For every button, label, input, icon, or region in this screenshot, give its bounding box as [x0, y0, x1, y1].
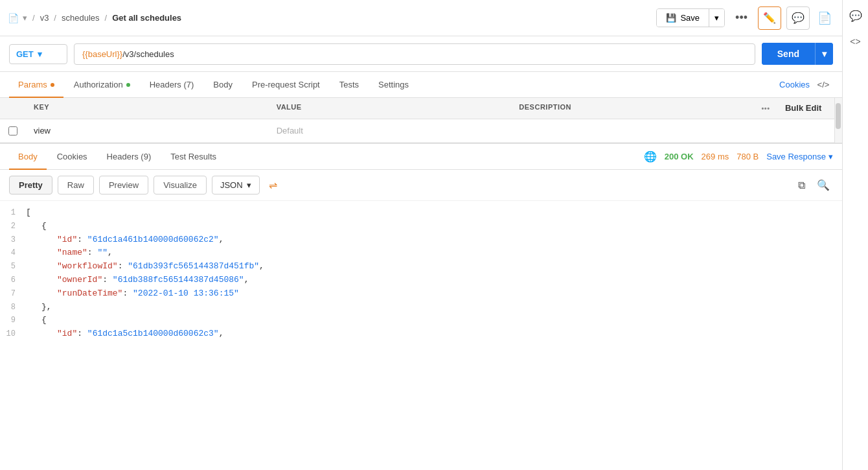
response-tabs: Body Cookies Headers (9) Test Results 🌐 … [0, 144, 842, 170]
status-size: 780 B [737, 152, 759, 161]
row-key: view [34, 126, 51, 135]
save-button-group[interactable]: 💾 Save ▾ [656, 8, 725, 27]
row-extra [777, 119, 842, 142]
params-dot [51, 83, 54, 87]
json-line-6: 6 "ownerId": "61db388fc565144387d45086", [0, 274, 842, 287]
row-key-cell[interactable]: view [26, 119, 269, 142]
code-view-button[interactable]: </> [814, 80, 833, 89]
tab-pre-request[interactable]: Pre-request Script [243, 72, 329, 97]
format-type-dropdown-icon: ▾ [247, 180, 251, 190]
top-bar-actions: 💾 Save ▾ ••• ✏️ 💬 📄 [656, 6, 834, 30]
top-bar: 📄 ▾ / v3 / schedules / Get all schedules… [0, 0, 842, 36]
tab-params[interactable]: Params [9, 72, 63, 97]
tab-response-test-results[interactable]: Test Results [161, 144, 225, 169]
tab-params-label: Params [18, 80, 47, 89]
table-row: view Default [0, 119, 842, 143]
doc-right-button[interactable]: 📄 [815, 8, 834, 28]
line-num-6: 6 [0, 274, 26, 287]
more-options-button[interactable]: ••• [730, 7, 753, 29]
json-line-8: 8 }, [0, 301, 842, 314]
breadcrumb-dropdown[interactable]: ▾ [23, 13, 27, 23]
tab-response-headers[interactable]: Headers (9) [98, 144, 161, 169]
comment-button[interactable]: 💬 [786, 6, 810, 30]
value-header: VALUE [269, 98, 512, 119]
save-button[interactable]: 💾 Save [657, 9, 709, 27]
status-ok: 200 OK [665, 152, 694, 161]
checkbox-header [0, 98, 26, 119]
edit-button[interactable]: ✏️ [758, 6, 781, 30]
save-response-label: Save Response [766, 152, 826, 161]
line-num-3: 3 [0, 234, 26, 246]
format-raw-button[interactable]: Raw [58, 176, 94, 194]
save-icon: 💾 [666, 13, 676, 23]
response-status-area: 🌐 200 OK 269 ms 780 B Save Response ▾ [644, 150, 833, 163]
format-pretty-button[interactable]: Pretty [9, 176, 52, 194]
breadcrumb-sep-1: / [32, 13, 35, 23]
format-preview-button[interactable]: Preview [99, 176, 148, 194]
format-bar: Pretty Raw Preview Visualize JSON ▾ ⇌ ⧉ … [0, 170, 842, 201]
breadcrumb-sep-2: / [54, 13, 56, 23]
json-line-1: 1 [ [0, 206, 842, 220]
right-panel-arrow-icon[interactable]: <> [845, 31, 866, 52]
doc-icon[interactable]: 📄 [8, 13, 19, 23]
breadcrumb: 📄 ▾ / v3 / schedules / Get all schedules [8, 13, 181, 23]
breadcrumb-current: Get all schedules [112, 13, 181, 23]
right-panel-chat-icon[interactable]: 💬 [845, 5, 866, 26]
tab-authorization[interactable]: Authorization [65, 72, 139, 97]
line-num-4: 4 [0, 247, 26, 259]
url-bar: GET ▾ {{baseUrl}}/v3/schedules // Inline… [0, 36, 842, 72]
wrap-button[interactable]: ⇌ [265, 175, 281, 195]
tab-pre-request-label: Pre-request Script [252, 80, 320, 89]
method-selector[interactable]: GET ▾ [9, 44, 67, 64]
save-response-button[interactable]: Save Response ▾ [766, 152, 833, 161]
tab-headers[interactable]: Headers (7) [141, 72, 203, 97]
line-num-2: 2 [0, 220, 26, 233]
method-label: GET [16, 49, 34, 59]
search-button[interactable]: 🔍 [814, 176, 833, 194]
url-display[interactable]: {{baseUrl}}/v3/schedules [74, 43, 755, 65]
send-button[interactable]: Send ▾ [762, 43, 833, 65]
line-num-7: 7 [0, 288, 26, 300]
tab-response-cookies[interactable]: Cookies [48, 144, 97, 169]
line-num-9: 9 [0, 314, 26, 327]
json-line-3: 3 "id": "61dc1a461b140000d60062c2", [0, 233, 842, 247]
tab-response-body[interactable]: Body [9, 144, 47, 169]
json-key-rundatetime: "runDateTime": "2022-01-10 13:36:15" [26, 287, 239, 301]
json-line-4: 4 "name": "", [0, 246, 842, 260]
row-description-cell[interactable] [511, 119, 754, 142]
json-line-5: 5 "workflowId": "61db393fc565144387d451f… [0, 260, 842, 274]
params-scrollbar[interactable] [834, 98, 842, 143]
row-checkbox-cell[interactable] [0, 119, 26, 142]
line-num-8: 8 [0, 301, 26, 314]
breadcrumb-schedules[interactable]: schedules [62, 13, 100, 23]
json-line-7: 7 "runDateTime": "2022-01-10 13:36:15" [0, 287, 842, 301]
cookies-link[interactable]: Cookies [777, 72, 812, 97]
authorization-dot [126, 83, 130, 87]
format-type-selector[interactable]: JSON ▾ [212, 176, 260, 194]
row-checkbox[interactable] [8, 126, 17, 135]
copy-button[interactable]: ⧉ [795, 176, 808, 194]
tab-settings[interactable]: Settings [369, 72, 418, 97]
format-visualize-button[interactable]: Visualize [154, 176, 207, 194]
json-viewer[interactable]: 1 [ 2 { 3 "id": "61dc1a461b140000d60062c… [0, 201, 842, 470]
save-dropdown-button[interactable]: ▾ [709, 9, 724, 27]
right-panel: 💬 <> [842, 0, 868, 470]
line-num-1: 1 [0, 207, 26, 219]
more-header-icon[interactable]: ••• [754, 98, 777, 119]
json-key-ownerid: "ownerId": "61db388fc565144387d45086", [26, 274, 249, 287]
tab-headers-label: Headers (7) [150, 80, 194, 89]
breadcrumb-v3[interactable]: v3 [40, 13, 49, 23]
params-scrollbar-thumb [836, 103, 841, 129]
line-num-5: 5 [0, 261, 26, 273]
bulk-edit-header[interactable]: Bulk Edit [777, 98, 842, 119]
json-obj-open-1: { [26, 220, 47, 233]
tab-tests[interactable]: Tests [330, 72, 368, 97]
method-dropdown-icon: ▾ [38, 49, 42, 59]
send-dropdown-icon: ▾ [815, 43, 833, 65]
row-value-cell[interactable]: Default [269, 119, 512, 142]
breadcrumb-sep-3: / [105, 13, 108, 23]
tab-body-label: Body [213, 80, 233, 89]
tab-authorization-label: Authorization [74, 80, 123, 89]
row-more-icon[interactable] [754, 119, 777, 142]
tab-body[interactable]: Body [204, 72, 242, 97]
